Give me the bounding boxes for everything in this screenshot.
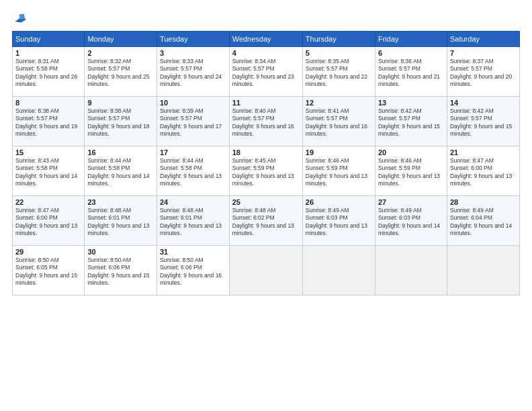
weekday-header-thursday: Thursday <box>302 32 375 47</box>
day-info: Sunrise: 8:32 AM Sunset: 5:57 PM Dayligh… <box>87 58 154 89</box>
day-info: Sunrise: 8:45 AM Sunset: 5:59 PM Dayligh… <box>232 157 300 188</box>
day-number: 22 <box>15 198 81 206</box>
weekday-header-saturday: Saturday <box>447 32 519 47</box>
page: SundayMondayTuesdayWednesdayThursdayFrid… <box>0 0 532 411</box>
day-number: 13 <box>378 99 444 107</box>
calendar-cell: 12 Sunrise: 8:41 AM Sunset: 5:57 PM Dayl… <box>302 97 375 146</box>
calendar-cell: 18 Sunrise: 8:45 AM Sunset: 5:59 PM Dayl… <box>229 146 302 196</box>
weekday-header-tuesday: Tuesday <box>157 32 229 47</box>
calendar-cell: 29 Sunrise: 8:50 AM Sunset: 6:05 PM Dayl… <box>13 246 85 295</box>
day-number: 31 <box>160 248 226 256</box>
day-number: 28 <box>450 198 517 206</box>
calendar-cell: 25 Sunrise: 8:48 AM Sunset: 6:02 PM Dayl… <box>229 196 302 246</box>
day-number: 25 <box>232 198 300 206</box>
calendar-week-2: 8 Sunrise: 8:38 AM Sunset: 5:57 PM Dayli… <box>13 97 520 146</box>
day-info: Sunrise: 8:37 AM Sunset: 5:57 PM Dayligh… <box>450 58 517 89</box>
day-info: Sunrise: 8:34 AM Sunset: 5:57 PM Dayligh… <box>232 58 300 89</box>
day-info: Sunrise: 8:42 AM Sunset: 5:57 PM Dayligh… <box>450 107 517 138</box>
calendar-cell <box>302 246 375 295</box>
weekday-row: SundayMondayTuesdayWednesdayThursdayFrid… <box>13 32 520 47</box>
header <box>12 11 520 26</box>
day-info: Sunrise: 8:46 AM Sunset: 5:59 PM Dayligh… <box>378 157 444 188</box>
day-info: Sunrise: 8:48 AM Sunset: 6:01 PM Dayligh… <box>160 207 226 238</box>
calendar-cell: 26 Sunrise: 8:49 AM Sunset: 6:03 PM Dayl… <box>302 196 375 246</box>
logo-icon <box>12 11 27 26</box>
calendar-cell: 2 Sunrise: 8:32 AM Sunset: 5:57 PM Dayli… <box>85 47 157 97</box>
day-number: 14 <box>450 99 517 107</box>
calendar-cell: 5 Sunrise: 8:35 AM Sunset: 5:57 PM Dayli… <box>302 47 375 97</box>
calendar-cell <box>447 246 519 295</box>
day-number: 17 <box>160 148 226 156</box>
day-number: 11 <box>232 99 300 107</box>
calendar-cell: 4 Sunrise: 8:34 AM Sunset: 5:57 PM Dayli… <box>229 47 302 97</box>
day-number: 30 <box>87 248 154 256</box>
day-number: 16 <box>87 148 154 156</box>
day-info: Sunrise: 8:46 AM Sunset: 5:59 PM Dayligh… <box>306 157 372 188</box>
calendar-cell: 10 Sunrise: 8:39 AM Sunset: 5:57 PM Dayl… <box>157 97 229 146</box>
day-info: Sunrise: 8:38 AM Sunset: 5:57 PM Dayligh… <box>15 107 81 138</box>
day-number: 4 <box>232 49 300 57</box>
calendar-cell: 13 Sunrise: 8:42 AM Sunset: 5:57 PM Dayl… <box>375 97 447 146</box>
calendar-week-1: 1 Sunrise: 8:31 AM Sunset: 5:58 PM Dayli… <box>13 47 520 97</box>
calendar-cell: 31 Sunrise: 8:50 AM Sunset: 6:06 PM Dayl… <box>157 246 229 295</box>
calendar-cell: 19 Sunrise: 8:46 AM Sunset: 5:59 PM Dayl… <box>302 146 375 196</box>
calendar-header: SundayMondayTuesdayWednesdayThursdayFrid… <box>13 32 520 47</box>
day-number: 15 <box>15 148 81 156</box>
day-number: 6 <box>378 49 444 57</box>
calendar-table: SundayMondayTuesdayWednesdayThursdayFrid… <box>12 31 520 295</box>
day-number: 3 <box>160 49 226 57</box>
day-info: Sunrise: 8:47 AM Sunset: 6:00 PM Dayligh… <box>15 207 81 238</box>
calendar-cell: 14 Sunrise: 8:42 AM Sunset: 5:57 PM Dayl… <box>447 97 519 146</box>
day-info: Sunrise: 8:50 AM Sunset: 6:06 PM Dayligh… <box>160 257 226 287</box>
calendar-cell: 17 Sunrise: 8:44 AM Sunset: 5:58 PM Dayl… <box>157 146 229 196</box>
day-number: 19 <box>306 148 372 156</box>
day-info: Sunrise: 8:50 AM Sunset: 6:06 PM Dayligh… <box>87 257 154 287</box>
day-number: 12 <box>306 99 372 107</box>
day-number: 18 <box>232 148 300 156</box>
logo <box>12 11 30 26</box>
day-info: Sunrise: 8:44 AM Sunset: 5:58 PM Dayligh… <box>87 157 154 188</box>
day-info: Sunrise: 8:49 AM Sunset: 6:03 PM Dayligh… <box>306 207 372 238</box>
day-info: Sunrise: 8:44 AM Sunset: 5:58 PM Dayligh… <box>160 157 226 188</box>
calendar-cell: 28 Sunrise: 8:49 AM Sunset: 6:04 PM Dayl… <box>447 196 519 246</box>
day-number: 20 <box>378 148 444 156</box>
day-number: 8 <box>15 99 81 107</box>
day-number: 7 <box>450 49 517 57</box>
weekday-header-monday: Monday <box>85 32 157 47</box>
day-info: Sunrise: 8:48 AM Sunset: 6:02 PM Dayligh… <box>232 207 300 238</box>
calendar-cell: 11 Sunrise: 8:40 AM Sunset: 5:57 PM Dayl… <box>229 97 302 146</box>
calendar-week-3: 15 Sunrise: 8:43 AM Sunset: 5:58 PM Dayl… <box>13 146 520 196</box>
calendar-cell: 30 Sunrise: 8:50 AM Sunset: 6:06 PM Dayl… <box>85 246 157 295</box>
calendar-week-4: 22 Sunrise: 8:47 AM Sunset: 6:00 PM Dayl… <box>13 196 520 246</box>
calendar-cell: 6 Sunrise: 8:36 AM Sunset: 5:57 PM Dayli… <box>375 47 447 97</box>
day-info: Sunrise: 8:36 AM Sunset: 5:57 PM Dayligh… <box>378 58 444 89</box>
day-info: Sunrise: 8:41 AM Sunset: 5:57 PM Dayligh… <box>306 107 372 138</box>
day-number: 10 <box>160 99 226 107</box>
calendar-cell: 9 Sunrise: 8:38 AM Sunset: 5:57 PM Dayli… <box>85 97 157 146</box>
day-info: Sunrise: 8:50 AM Sunset: 6:05 PM Dayligh… <box>15 257 81 287</box>
calendar-cell: 20 Sunrise: 8:46 AM Sunset: 5:59 PM Dayl… <box>375 146 447 196</box>
calendar-cell: 21 Sunrise: 8:47 AM Sunset: 6:00 PM Dayl… <box>447 146 519 196</box>
day-info: Sunrise: 8:48 AM Sunset: 6:01 PM Dayligh… <box>87 207 154 238</box>
calendar-cell: 22 Sunrise: 8:47 AM Sunset: 6:00 PM Dayl… <box>13 196 85 246</box>
day-info: Sunrise: 8:49 AM Sunset: 6:03 PM Dayligh… <box>378 207 444 238</box>
weekday-header-friday: Friday <box>375 32 447 47</box>
day-info: Sunrise: 8:38 AM Sunset: 5:57 PM Dayligh… <box>87 107 154 138</box>
day-number: 24 <box>160 198 226 206</box>
day-info: Sunrise: 8:33 AM Sunset: 5:57 PM Dayligh… <box>160 58 226 89</box>
calendar-cell: 8 Sunrise: 8:38 AM Sunset: 5:57 PM Dayli… <box>13 97 85 146</box>
day-number: 23 <box>87 198 154 206</box>
day-number: 21 <box>450 148 517 156</box>
calendar-cell: 16 Sunrise: 8:44 AM Sunset: 5:58 PM Dayl… <box>85 146 157 196</box>
calendar-cell: 3 Sunrise: 8:33 AM Sunset: 5:57 PM Dayli… <box>157 47 229 97</box>
day-info: Sunrise: 8:40 AM Sunset: 5:57 PM Dayligh… <box>232 107 300 138</box>
day-info: Sunrise: 8:47 AM Sunset: 6:00 PM Dayligh… <box>450 157 517 188</box>
day-info: Sunrise: 8:31 AM Sunset: 5:58 PM Dayligh… <box>15 58 81 89</box>
day-info: Sunrise: 8:35 AM Sunset: 5:57 PM Dayligh… <box>306 58 372 89</box>
day-number: 27 <box>378 198 444 206</box>
calendar-cell <box>229 246 302 295</box>
day-info: Sunrise: 8:43 AM Sunset: 5:58 PM Dayligh… <box>15 157 81 188</box>
day-number: 29 <box>15 248 81 256</box>
day-number: 26 <box>306 198 372 206</box>
calendar-cell: 15 Sunrise: 8:43 AM Sunset: 5:58 PM Dayl… <box>13 146 85 196</box>
